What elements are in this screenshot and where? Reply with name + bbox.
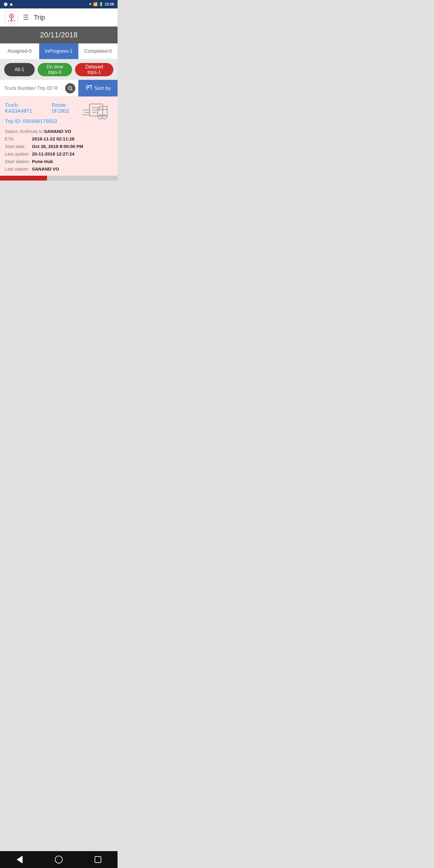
filter-all-button[interactable]: All-1 [4, 63, 35, 76]
status-row: Status: EnRoute to: SANAND VO [5, 129, 113, 134]
svg-point-15 [98, 115, 102, 119]
trip-card[interactable]: Truck: KA53A4971 Route: 5F2802 Trip ID: … [0, 97, 118, 181]
sort-label: Sort by [94, 85, 111, 91]
eta-row: ETA: 2018-11-22 02:11:28 [5, 136, 113, 141]
hamburger-menu-icon[interactable]: ☰ [23, 13, 29, 22]
card-left: Truck: KA53A4971 Route: 5F2802 Trip ID: … [5, 102, 80, 129]
last-update-row: Last update: 20-11-2018 12:27:24 [5, 151, 113, 156]
eta-value: 2018-11-22 02:11:28 [32, 136, 74, 141]
start-station-value: Pune Hub [32, 159, 53, 164]
page-title: Trip [34, 13, 45, 22]
tab-assigned[interactable]: Assigned-0 [0, 43, 39, 59]
wifi-icon: ▼ [88, 2, 92, 6]
trip-id: Trip ID: 000448179553 [5, 119, 80, 124]
last-station-value: SANAND VO [32, 166, 59, 172]
start-station-row: Start station: Pune Hub [5, 159, 113, 164]
truck-route-row: Truck: KA53A4971 Route: 5F2802 [5, 102, 80, 114]
start-station-label: Start station: [5, 159, 32, 164]
truck-number: Truck: KA53A4971 [5, 102, 40, 114]
status-bar: 🕐 ▣ ▼ 📶 🔋 12:28 [0, 0, 118, 8]
app-logo [5, 11, 18, 24]
clock-icon: 🕐 [4, 2, 8, 6]
svg-point-3 [14, 21, 15, 22]
date-display: 20/11/2018 [40, 31, 78, 39]
svg-line-5 [71, 89, 72, 90]
search-input[interactable] [4, 86, 57, 91]
svg-point-4 [68, 87, 72, 90]
filter-ontime-button[interactable]: On time trips-0 [38, 63, 72, 76]
battery-icon: 🔋 [99, 2, 103, 6]
status-label: Status: EnRoute to: [5, 129, 44, 134]
tabs-bar: Assigned-0 InProgress-1 Completed-0 [0, 43, 118, 59]
eta-label: ETA: [5, 136, 32, 141]
svg-point-2 [8, 21, 9, 22]
search-circle [65, 83, 75, 93]
last-station-row: Last station: SANAND VO [5, 166, 113, 172]
status-value: SANAND VO [44, 129, 71, 134]
progress-bar-fill [0, 176, 47, 181]
progress-bar-container [0, 176, 118, 181]
truck-icon-container [80, 101, 113, 123]
search-input-area [0, 80, 61, 96]
svg-point-16 [102, 115, 107, 119]
last-update-value: 20-11-2018 12:27:24 [32, 151, 74, 156]
status-bar-right: ▼ 📶 🔋 12:28 [88, 2, 114, 6]
start-date-label: Start date: [5, 144, 32, 149]
tab-completed[interactable]: Completed-0 [79, 43, 118, 59]
search-bar: Sort by [0, 80, 118, 97]
last-update-label: Last update: [5, 151, 32, 156]
svg-point-1 [11, 16, 12, 17]
main-content-area [0, 181, 118, 301]
route-id: Route: 5F2802 [52, 102, 80, 114]
filter-bar: All-1 On time trips-0 Delayed trips-1 [0, 59, 118, 80]
sort-az-icon [85, 84, 92, 92]
time-display: 12:28 [104, 2, 114, 6]
signal-icon: 📶 [93, 2, 98, 6]
filter-delayed-button[interactable]: Delayed trips-1 [75, 63, 113, 76]
sort-button[interactable]: Sort by [79, 80, 118, 96]
search-button[interactable] [61, 80, 79, 96]
status-bar-left: 🕐 ▣ [4, 2, 13, 6]
date-banner: 20/11/2018 [0, 27, 118, 43]
start-date-value: Oct 26, 2018 8:00:00 PM [32, 144, 83, 149]
card-header-row: Truck: KA53A4971 Route: 5F2802 Trip ID: … [5, 102, 113, 129]
tab-inprogress[interactable]: InProgress-1 [39, 43, 79, 59]
start-date-row: Start date: Oct 26, 2018 8:00:00 PM [5, 144, 113, 149]
last-station-label: Last station: [5, 166, 32, 172]
sim-icon: ▣ [10, 2, 13, 6]
app-header: ☰ Trip [0, 8, 118, 27]
